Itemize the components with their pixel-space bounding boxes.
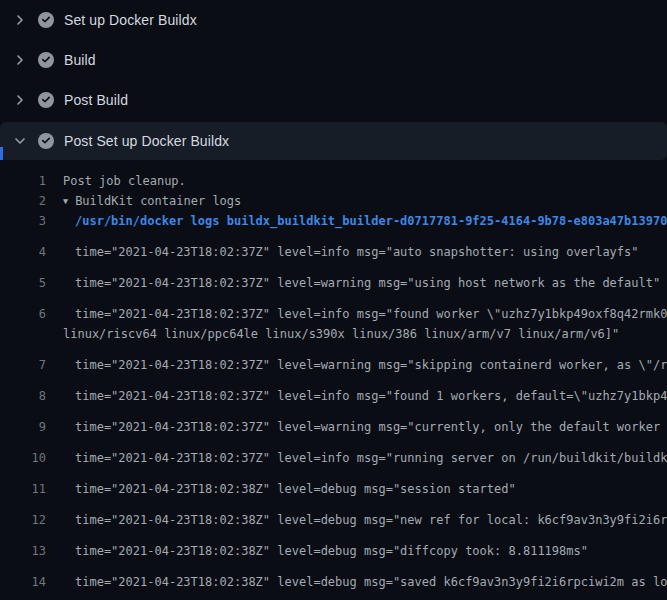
chevron-down-icon [12,133,28,149]
check-circle-icon [38,52,54,68]
log-line-text: time="2021-04-23T18:02:37Z" level=info m… [75,389,667,403]
log-line-number[interactable]: 1 [0,171,46,191]
log-line-number[interactable]: 9 [0,417,46,437]
log-line: ▼linux/riscv64 linux/ppc64le linux/s390x… [0,324,667,344]
log-line-number[interactable]: 11 [0,479,46,499]
log-line-number[interactable]: 13 [0,541,46,561]
log-line: 7 ▼time="2021-04-23T18:02:37Z" level=war… [0,355,667,375]
log-line: 2 ▼BuildKit container logs [0,191,667,211]
steps-list: Set up Docker Buildx Build Post Bu [0,0,667,160]
log-line-number[interactable] [0,324,46,344]
actions-log-viewer: Set up Docker Buildx Build Post Bu [0,0,667,600]
check-circle-icon [38,92,54,108]
log-line-text: time="2021-04-23T18:02:37Z" level=info m… [75,451,667,465]
log-line: 11 ▼time="2021-04-23T18:02:38Z" level=de… [0,479,667,499]
check-circle-icon [38,133,54,149]
log-line-number[interactable]: 4 [0,242,46,262]
log-line-number[interactable]: 6 [0,304,46,324]
log-line-number[interactable]: 10 [0,448,46,468]
log-line: 6 ▼time="2021-04-23T18:02:37Z" level=inf… [0,304,667,324]
log-line: 12 ▼time="2021-04-23T18:02:38Z" level=de… [0,510,667,530]
step-row-post-set-up-docker-buildx[interactable]: Post Set up Docker Buildx [0,122,667,160]
log-line-text: time="2021-04-23T18:02:38Z" level=debug … [75,575,667,589]
log-line-text: time="2021-04-23T18:02:37Z" level=warnin… [75,358,667,372]
log-line: 9 ▼time="2021-04-23T18:02:37Z" level=war… [0,417,667,437]
log-line-text: time="2021-04-23T18:02:37Z" level=warnin… [75,420,667,434]
log-line-text: time="2021-04-23T18:02:37Z" level=info m… [75,307,667,321]
log-line-text: BuildKit container logs [75,194,241,208]
log-line-number[interactable]: 12 [0,510,46,530]
log-line-text: time="2021-04-23T18:02:37Z" level=info m… [75,245,639,259]
chevron-right-icon [12,52,28,68]
step-title: Post Set up Docker Buildx [64,133,229,149]
log-line-number[interactable]: 8 [0,386,46,406]
active-step-accent [0,147,3,160]
log-line: 4 ▼time="2021-04-23T18:02:37Z" level=inf… [0,242,667,262]
log-line: 1 ▼Post job cleanup. [0,171,667,191]
log-line-number[interactable]: 2 [0,191,46,211]
log-line: 3 ▼/usr/bin/docker logs buildx_buildkit_… [0,211,667,231]
log-line-text: linux/riscv64 linux/ppc64le linux/s390x … [63,327,619,341]
log-line-number[interactable]: 14 [0,572,46,592]
log-line-text: /usr/bin/docker logs buildx_buildkit_bui… [75,214,667,228]
log-line-number[interactable]: 7 [0,355,46,375]
log-line: 13 ▼time="2021-04-23T18:02:38Z" level=de… [0,541,667,561]
log-line-text: time="2021-04-23T18:02:38Z" level=debug … [75,482,516,496]
log-line-text: time="2021-04-23T18:02:38Z" level=debug … [75,513,667,527]
group-expand-marker[interactable]: ▼ [63,191,68,211]
log-line-text: time="2021-04-23T18:02:37Z" level=warnin… [75,276,660,290]
log-line: 10 ▼time="2021-04-23T18:02:37Z" level=in… [0,448,667,468]
step-title: Build [64,52,96,68]
log-line-number[interactable]: 5 [0,273,46,293]
chevron-right-icon [12,12,28,28]
step-title: Set up Docker Buildx [64,12,197,28]
log-output: 1 ▼Post job cleanup. 2 ▼BuildKit contain… [0,171,667,600]
log-line-text: Post job cleanup. [63,174,186,188]
log-line: 14 ▼time="2021-04-23T18:02:38Z" level=de… [0,572,667,592]
log-line-text: time="2021-04-23T18:02:38Z" level=debug … [75,544,588,558]
chevron-right-icon [12,92,28,108]
step-row-post-build[interactable]: Post Build [0,80,667,120]
log-line: 8 ▼time="2021-04-23T18:02:37Z" level=inf… [0,386,667,406]
log-line-number[interactable]: 3 [0,211,46,231]
log-line: 5 ▼time="2021-04-23T18:02:37Z" level=war… [0,273,667,293]
step-row-build[interactable]: Build [0,40,667,80]
check-circle-icon [38,12,54,28]
step-title: Post Build [64,92,128,108]
step-row-set-up-docker-buildx[interactable]: Set up Docker Buildx [0,0,667,40]
